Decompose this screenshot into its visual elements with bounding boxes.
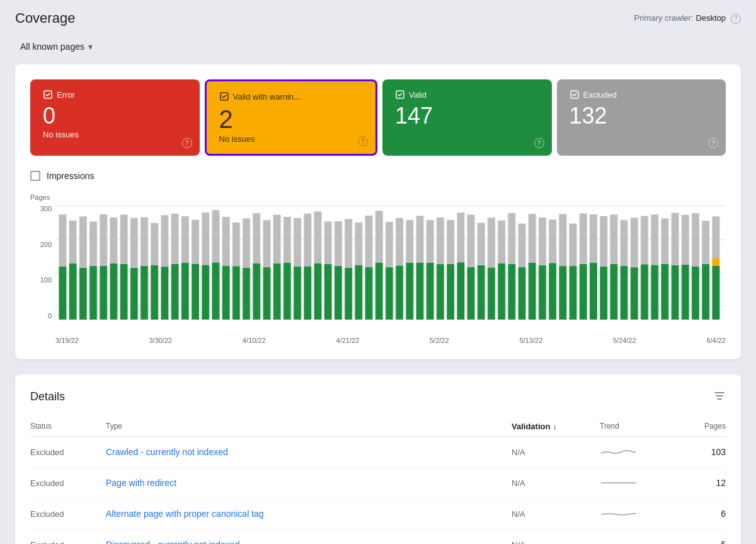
row-3-pages: 5 [675, 540, 726, 544]
chart-y-axis-label: Pages [30, 194, 50, 201]
row-1-pages: 12 [675, 478, 726, 488]
pages-dropdown[interactable]: All known pages ▾ [15, 39, 98, 54]
table-row: Excluded Crawled - currently not indexed… [30, 437, 726, 468]
filter-icon[interactable] [713, 390, 726, 404]
y-label-300: 300 [40, 205, 52, 212]
col-header-trend: Trend [600, 422, 675, 431]
row-3-trend [600, 538, 675, 544]
status-card-error[interactable]: Error 0 No issues ? [30, 79, 200, 156]
valid-card-header: Valid [395, 90, 539, 100]
chart-x-labels: 3/19/22 3/30/22 4/10/22 4/21/22 5/2/22 5… [55, 337, 726, 344]
table-row: Excluded Page with redirect N/A 12 [30, 468, 726, 499]
chart-canvas [55, 194, 726, 332]
row-0-status: Excluded [30, 448, 106, 457]
x-label-6: 5/24/22 [613, 337, 636, 344]
valid-help-icon[interactable]: ? [534, 138, 544, 148]
excluded-card-label: Excluded [583, 90, 617, 100]
dropdown-arrow-icon: ▾ [88, 42, 93, 52]
page-title: Coverage [15, 10, 75, 26]
row-1-status: Excluded [30, 478, 106, 488]
valid-card-label: Valid [409, 90, 427, 100]
row-0-type[interactable]: Crawled - currently not indexed [106, 447, 512, 457]
y-label-100: 100 [40, 276, 52, 284]
warning-card-number: 2 [219, 107, 364, 132]
x-label-7: 6/4/22 [706, 337, 726, 344]
valid-check-icon [395, 90, 405, 100]
col-header-status: Status [30, 422, 106, 431]
table-header: Status Type Validation ↓ Trend Pages [30, 417, 726, 437]
x-label-4: 5/2/22 [430, 337, 449, 344]
impressions-checkbox[interactable] [30, 171, 40, 181]
row-2-validation: N/A [512, 509, 600, 519]
excluded-check-icon [570, 90, 580, 100]
status-card-warning[interactable]: Valid with warnin... 2 No issues ? [205, 79, 378, 156]
chart-area: Pages 300 200 100 0 [30, 194, 726, 344]
table-row: Excluded Discovered - currently not inde… [30, 530, 726, 544]
crawler-help-icon[interactable]: ? [731, 14, 741, 24]
details-header: Details [30, 390, 726, 404]
error-help-icon[interactable]: ? [182, 138, 192, 148]
warning-card-subtitle: No issues [219, 134, 364, 144]
warning-card-header: Valid with warnin... [219, 91, 364, 101]
col-header-validation[interactable]: Validation ↓ [512, 422, 600, 431]
crawler-label: Primary crawler: [634, 13, 694, 23]
warning-check-icon [219, 91, 229, 101]
error-card-header: Error [43, 90, 187, 100]
x-label-3: 4/21/22 [336, 337, 360, 344]
col-header-type: Type [106, 422, 512, 431]
error-check-icon [43, 90, 53, 100]
row-0-trend [600, 446, 675, 458]
excluded-card-header: Excluded [570, 90, 714, 100]
impressions-row: Impressions [30, 171, 726, 181]
row-1-type[interactable]: Page with redirect [106, 478, 512, 488]
pages-dropdown-label: All known pages [20, 42, 84, 52]
y-label-0: 0 [48, 312, 52, 320]
table-row: Excluded Alternate page with proper cano… [30, 499, 726, 530]
row-2-pages: 6 [675, 509, 726, 519]
status-card-excluded[interactable]: Excluded 132 ? [557, 79, 726, 156]
primary-crawler-info: Primary crawler: Desktop ? [634, 13, 741, 24]
row-3-status: Excluded [30, 540, 106, 545]
valid-card-number: 147 [395, 105, 539, 127]
sort-icon: ↓ [553, 422, 556, 431]
status-cards-row: Error 0 No issues ? Valid with warnin...… [30, 79, 726, 156]
x-label-1: 3/30/22 [149, 337, 173, 344]
x-label-2: 4/10/22 [243, 337, 266, 344]
row-2-trend [600, 507, 675, 520]
excluded-help-icon[interactable]: ? [708, 138, 718, 148]
excluded-card-number: 132 [570, 105, 714, 127]
warning-card-label: Valid with warnin... [233, 92, 301, 101]
impressions-label: Impressions [47, 171, 94, 181]
details-title: Details [30, 390, 65, 403]
y-label-200: 200 [40, 241, 52, 248]
crawler-value: Desktop [696, 13, 726, 23]
row-0-pages: 103 [675, 447, 726, 457]
row-2-status: Excluded [30, 509, 106, 519]
warning-help-icon[interactable]: ? [358, 136, 368, 146]
x-label-5: 5/13/22 [519, 337, 542, 344]
main-card: Error 0 No issues ? Valid with warnin...… [15, 64, 741, 359]
x-label-0: 3/19/22 [55, 337, 79, 344]
row-1-trend [600, 477, 675, 489]
error-card-number: 0 [43, 105, 187, 127]
row-3-validation: N/A [512, 540, 600, 545]
col-header-pages: Pages [675, 422, 726, 431]
row-0-validation: N/A [512, 448, 600, 457]
details-card: Details Status Type Validation ↓ Trend P… [15, 374, 741, 544]
row-1-validation: N/A [512, 478, 600, 488]
error-card-label: Error [57, 90, 75, 100]
row-3-type[interactable]: Discovered - currently not indexed [106, 540, 512, 544]
row-2-type[interactable]: Alternate page with proper canonical tag [106, 509, 512, 519]
status-card-valid[interactable]: Valid 147 ? [382, 79, 552, 156]
error-card-subtitle: No issues [43, 130, 187, 139]
